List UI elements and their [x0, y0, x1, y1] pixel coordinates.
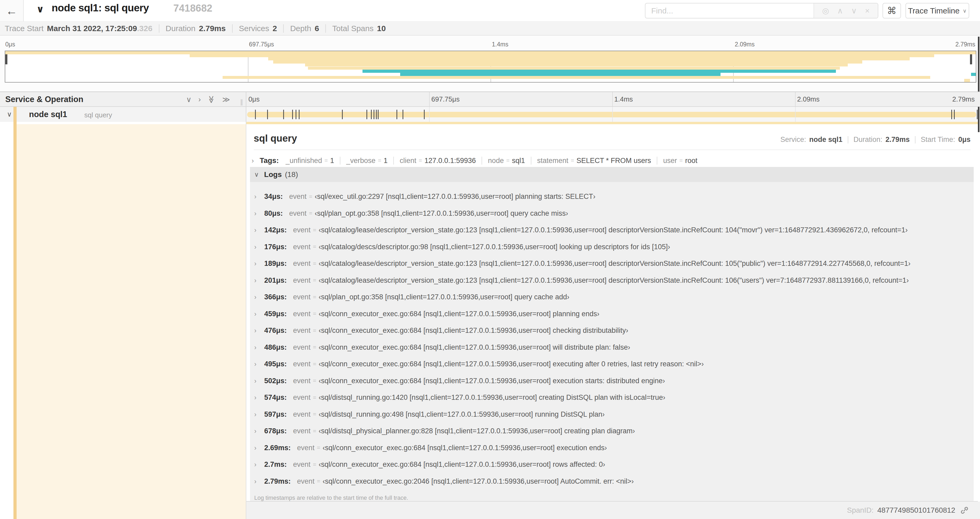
log-entry-row[interactable]: › 574μs: event = ‹sql/distsql_running.go…: [254, 389, 974, 406]
log-equals: =: [313, 294, 317, 301]
deep-link-icon[interactable]: [960, 506, 969, 515]
span-name-cell[interactable]: ∨ node sql1 sql query: [0, 107, 246, 122]
chevron-right-icon: ›: [254, 461, 264, 468]
minimap-span-bar: [308, 67, 840, 70]
trace-summary-item: Depth 6: [277, 24, 319, 33]
log-field-value: ‹sql/plan_opt.go:358 [nsql1,client=127.0…: [315, 209, 568, 217]
log-entry-row[interactable]: › 366μs: event = ‹sql/plan_opt.go:358 [n…: [254, 289, 974, 306]
log-entry-row[interactable]: › 486μs: event = ‹sql/conn_executor_exec…: [254, 339, 974, 356]
log-timestamp: 189μs:: [264, 260, 287, 268]
chevron-right-icon: ›: [251, 156, 254, 165]
log-equals: =: [313, 277, 317, 284]
chevron-right-icon: ›: [254, 210, 264, 217]
tag-value: 1: [383, 156, 388, 165]
tag-item: _verbose = 1: [334, 156, 388, 165]
log-entry-row[interactable]: › 2.69ms: event = ‹sql/conn_executor_exe…: [254, 440, 974, 457]
log-entry-row[interactable]: › 2.79ms: event = ‹sql/conn_executor_exe…: [254, 473, 974, 490]
prev-match-icon[interactable]: ∧: [837, 6, 843, 15]
log-tick-marker: [378, 110, 379, 119]
log-tick-marker: [977, 110, 978, 119]
log-entry-row[interactable]: › 2.7ms: event = ‹sql/conn_executor_exec…: [254, 456, 974, 473]
trace-summary-bar: Trace Start March 31 2022, 17:25:09 .326…: [0, 21, 980, 35]
log-equals: =: [313, 243, 317, 250]
log-timestamp: 142μs:: [264, 226, 287, 234]
column-resizer-grip[interactable]: ∥: [240, 98, 243, 106]
log-entry-row[interactable]: › 678μs: event = ‹sql/distsql_physical_p…: [254, 423, 974, 440]
log-tick-marker: [396, 110, 397, 119]
span-service-name: node sql1: [29, 110, 67, 119]
keyboard-shortcuts-button[interactable]: ⌘: [883, 3, 901, 18]
timeline-ruler: 0μs697.75μs1.4ms2.09ms2.79ms: [246, 92, 978, 106]
log-tick-marker: [299, 110, 299, 119]
chevron-right-icon: ›: [254, 327, 264, 334]
clear-find-icon[interactable]: ×: [865, 6, 870, 15]
trace-collapse-icon[interactable]: ∨: [37, 4, 44, 15]
log-equals: =: [313, 327, 317, 334]
log-entry-row[interactable]: › 597μs: event = ‹sql/distsql_running.go…: [254, 406, 974, 423]
next-match-icon[interactable]: ∨: [851, 6, 857, 15]
logs-rows: › 34μs: event = ‹sql/exec_util.go:2297 […: [254, 188, 974, 490]
tag-equals: =: [571, 157, 574, 164]
minimap-span-bar: [400, 73, 721, 76]
span-detail-panel: sql query Service: node sql1 Duration: 2…: [246, 124, 978, 501]
log-field-value: ‹sql/catalog/lease/descriptor_version_st…: [319, 226, 908, 234]
collapse-all-icon[interactable]: ≫: [207, 96, 216, 103]
log-equals: =: [313, 394, 317, 401]
span-collapse-icon[interactable]: ∨: [7, 110, 12, 118]
minimap-span-bar: [363, 70, 836, 73]
log-timestamp: 2.79ms:: [264, 477, 291, 485]
log-entry-row[interactable]: › 495μs: event = ‹sql/conn_executor_exec…: [254, 356, 974, 373]
service-operation-title: Service & Operation: [5, 95, 83, 104]
minimap-span-bar: [305, 64, 848, 67]
log-equals: =: [317, 444, 320, 451]
logs-section: ∨ Logs (18) › 34μs: event = ‹sql/exec_ut…: [250, 167, 974, 501]
find-controls: ◎ ∧ ∨ ×: [813, 3, 878, 18]
focus-match-icon[interactable]: ◎: [822, 6, 829, 15]
service-operation-header: Service & Operation ∨ › ≫ ≫ ∥: [0, 92, 246, 106]
timeline-gridline: [429, 107, 430, 122]
meta-label: Service:: [780, 136, 806, 144]
log-field-value: ‹sql/conn_executor_exec.go:684 [nsql1,cl…: [319, 343, 630, 351]
span-id-label: SpanID:: [847, 506, 873, 514]
meta-value: 2.79ms: [885, 136, 910, 144]
minimap-span-bar: [5, 51, 976, 54]
ruler-gridline: [429, 92, 430, 106]
tags-accordion[interactable]: › Tags: _unfinished = 1 _verbose = 1 cli…: [251, 154, 970, 168]
span-tree-color-strip: [13, 122, 17, 519]
minimap-canvas[interactable]: [5, 51, 976, 83]
log-timestamp: 201μs:: [264, 276, 287, 284]
log-timestamp: 597μs:: [264, 410, 287, 418]
summary-suffix: .326: [137, 24, 152, 33]
expand-one-icon[interactable]: ›: [198, 95, 201, 104]
log-equals: =: [313, 411, 317, 418]
find-input[interactable]: [646, 3, 814, 18]
span-duration-bar[interactable]: [247, 112, 977, 117]
log-entry-row[interactable]: › 201μs: event = ‹sql/catalog/lease/desc…: [254, 272, 974, 289]
expand-all-icon[interactable]: ≫: [222, 95, 230, 104]
chevron-right-icon: ›: [254, 260, 264, 267]
timeline-gridline: [612, 107, 613, 122]
log-entry-row[interactable]: › 189μs: event = ‹sql/catalog/lease/desc…: [254, 255, 974, 272]
log-entry-row[interactable]: › 176μs: event = ‹sql/catalog/descs/desc…: [254, 239, 974, 256]
trace-view-select[interactable]: Trace Timeline ∨: [905, 3, 969, 18]
detail-divider: [254, 150, 970, 150]
span-tree-color-strip: [13, 107, 17, 122]
log-entry-row[interactable]: › 502μs: event = ‹sql/conn_executor_exec…: [254, 373, 974, 390]
back-button[interactable]: ←: [0, 0, 24, 21]
log-entry-row[interactable]: › 80μs: event = ‹sql/plan_opt.go:358 [ns…: [254, 205, 974, 222]
span-timeline-cell[interactable]: [246, 107, 978, 122]
ruler-gridline: [612, 92, 613, 106]
minimap-span-bar: [273, 61, 862, 64]
collapse-one-icon[interactable]: ∨: [186, 95, 192, 104]
minimap-span-bar: [971, 73, 976, 76]
tag-equals: =: [378, 157, 381, 164]
log-timestamp: 176μs:: [264, 243, 287, 251]
log-entry-row[interactable]: › 459μs: event = ‹sql/conn_executor_exec…: [254, 306, 974, 323]
tag-equals: =: [679, 157, 683, 164]
minimap-span-bar: [190, 54, 934, 57]
log-entry-row[interactable]: › 476μs: event = ‹sql/conn_executor_exec…: [254, 322, 974, 339]
log-entry-row[interactable]: › 34μs: event = ‹sql/exec_util.go:2297 […: [254, 188, 974, 205]
minimap-span-bar: [223, 76, 930, 79]
logs-accordion-header[interactable]: ∨ Logs (18): [250, 167, 974, 182]
log-entry-row[interactable]: › 142μs: event = ‹sql/catalog/lease/desc…: [254, 222, 974, 239]
